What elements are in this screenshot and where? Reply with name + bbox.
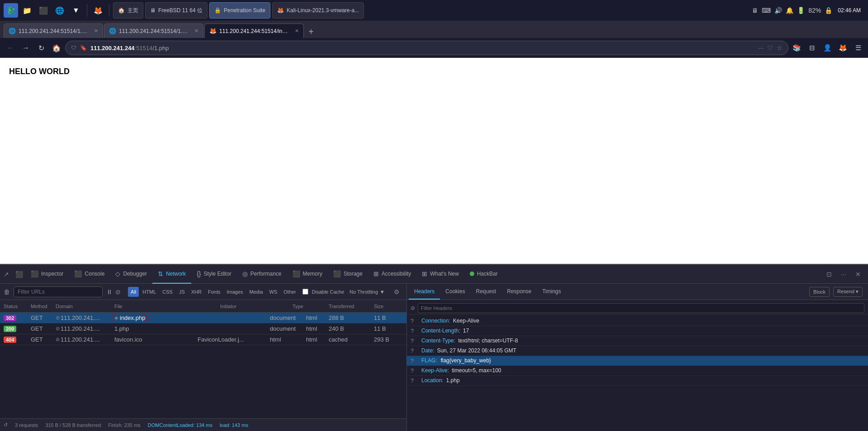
headers-tab-headers[interactable]: Headers [409,284,440,300]
network-rows: 302 GET ⊘111.200.241.... ◈ index.php [0,313,406,418]
battery-percent: 82% [808,7,821,14]
browser-tab-2[interactable]: 🌐 111.200.241.244:51514/1.ph... ✕ [104,23,203,38]
header-name-connection: Connection: [421,318,450,324]
devtools-tab-console[interactable]: ⬛ Console [69,265,110,284]
cookies-tab-label: Cookies [445,288,465,295]
filter-urls-input[interactable] [14,286,103,297]
taskbar-firefox-icon[interactable]: 🦊 [91,3,105,18]
filter-media[interactable]: Media [247,287,266,297]
disable-cache-checkbox[interactable] [302,289,308,295]
devtools-tab-network[interactable]: ⇅ Network [152,265,191,284]
clear-requests-btn[interactable]: 🗑 [4,288,10,295]
back-button[interactable]: ← [4,41,17,55]
storage-icon: ⬛ [333,270,341,277]
taskbar-app-penetration[interactable]: 🔒 Penetration Suite [209,2,270,19]
headers-tab-response[interactable]: Response [501,284,537,300]
profile-button[interactable]: 👤 [821,42,834,54]
forward-button[interactable]: → [19,41,33,55]
kali-icon: 🦊 [277,7,284,14]
filter-js[interactable]: JS [176,287,188,297]
url-more-icon[interactable]: ··· [758,44,764,52]
network-row[interactable]: 200 GET ⊘111.200.241.... 1.php document … [0,323,406,334]
header-name-content-length: Content-Length: [421,328,460,334]
taskbar-files-icon[interactable]: 📁 [20,3,34,18]
header-row-flag[interactable]: ? FLAG: flag{very_baby_web} [407,356,868,366]
url-star-icon[interactable]: ☆ [777,44,783,52]
devtools-popout-btn[interactable]: ⊡ [823,268,835,281]
devtools-tab-whats-new[interactable]: ⊞ What's New [416,265,464,284]
filter-css[interactable]: CSS [160,287,175,297]
filter-headers-input[interactable] [418,303,864,313]
filter-images[interactable]: Images [224,287,245,297]
refresh-button[interactable]: ↻ [34,41,48,55]
extensions-button[interactable]: 🦊 [836,42,849,54]
taskbar-app-home[interactable]: 🏠 主页 [113,2,143,19]
row3-method: GET [27,336,52,343]
filter-all[interactable]: All [128,287,139,297]
filter-other[interactable]: Other [281,287,299,297]
headers-tab-cookies[interactable]: Cookies [440,284,470,300]
taskbar-terminal-icon[interactable]: ⬛ [36,3,51,18]
block-button[interactable]: Block [809,287,830,297]
taskbar-apps: 🏠 主页 🖥 FreeBSD 11 64 位 🔒 Penetration Sui… [113,2,750,19]
devtools-tab-memory[interactable]: ⬛ Memory [287,265,328,284]
taskbar-dropdown-icon[interactable]: ▼ [69,3,83,18]
tab1-close[interactable]: ✕ [94,28,98,34]
home-button[interactable]: 🏠 [50,41,63,55]
row2-status: 200 [0,325,27,332]
battery-icon: 🔋 [797,7,805,14]
filter-xhr[interactable]: XHR [189,287,204,297]
row1-status: 302 [0,314,27,321]
headers-tab-request[interactable]: Request [471,284,502,300]
url-bookmark-icon[interactable]: ♡ [767,44,773,52]
devtools-tab-accessibility[interactable]: ⊞ Accessibility [368,265,416,284]
clock-time: 02:46 AM [838,7,861,14]
browser-tab-3[interactable]: 🦊 111.200.241.244:51514/inde... ✕ [204,23,304,38]
taskbar-app-kali[interactable]: 🦊 Kali-Linux-2021.3-vmware-a... [272,2,364,19]
header-name-flag: FLAG: [421,357,437,364]
headers-tab-timings[interactable]: Timings [537,284,566,300]
pause-btn[interactable]: ⏸ [106,288,113,295]
filter-html[interactable]: HTML [140,287,159,297]
tab-groups-button[interactable]: ⊟ [806,42,818,54]
devtools-tab-hackbar[interactable]: HackBar [464,265,503,284]
row3-size: 293 B [370,336,406,343]
col-header-size: Size [370,304,406,309]
network-row[interactable]: 302 GET ⊘111.200.241.... ◈ index.php [0,313,406,323]
devtools-tab-performance[interactable]: ◎ Performance [237,265,287,284]
taskbar-os-icon[interactable]: 🐉 [4,3,18,18]
devtools-responsive-btn[interactable]: ⬛ [13,268,25,281]
row2-transferred: 240 B [325,325,370,332]
no-cache-btn[interactable]: ⊘ [115,288,121,295]
col-header-method: Method [27,304,52,309]
resend-button[interactable]: Resend ▾ [833,287,863,297]
devtools-close-btn[interactable]: ✕ [852,268,864,281]
tab3-close[interactable]: ✕ [295,28,299,34]
new-tab-button[interactable]: + [305,25,317,38]
taskbar-browser-icon[interactable]: 🌐 [52,3,67,18]
devtools-inspect-btn[interactable]: ↗ [0,268,13,281]
filter-ws[interactable]: WS [267,287,280,297]
menu-button[interactable]: ☰ [852,42,864,54]
whats-new-label: What's New [430,271,459,277]
devtools-tab-storage[interactable]: ⬛ Storage [328,265,368,284]
url-bar[interactable]: 🛡 🔖 111.200.241.244:51514/1.php ··· ♡ ☆ [65,41,788,55]
browser-tab-1[interactable]: 🌐 111.200.241.244:51514/1.ph... ✕ [4,23,103,38]
url-bar-icons: ··· ♡ ☆ [758,44,783,52]
throttle-button[interactable]: No Throttling ▼ [349,289,385,295]
url-host: 111.200.241.244 [90,45,135,52]
filter-fonts[interactable]: Fonts [205,287,223,297]
row3-domain: ⊘111.200.241.... [52,336,111,343]
devtools-tab-style-editor[interactable]: {} Style Editor [191,265,237,284]
network-settings-btn[interactable]: ⚙ [390,286,403,298]
network-row[interactable]: 404 GET ⊘111.200.241.... favicon.ico Fav… [0,334,406,345]
bookmarks-button[interactable]: 📚 [790,42,803,54]
disable-cache-label[interactable]: Disable Cache [302,289,344,295]
sys-icons: 🖥 ⌨ 🔊 🔔 🔋 82% 🔒 [752,7,832,14]
devtools-more-btn[interactable]: ··· [837,268,850,281]
devtools-tab-inspector[interactable]: ⬛ Inspector [25,265,69,284]
taskbar-app-freebsd[interactable]: 🖥 FreeBSD 11 64 位 [145,2,208,19]
devtools-tab-debugger[interactable]: ◇ Debugger [110,265,152,284]
tab2-close[interactable]: ✕ [194,28,198,34]
dom-content-loaded: DOMContentLoaded: 134 ms [148,422,212,428]
